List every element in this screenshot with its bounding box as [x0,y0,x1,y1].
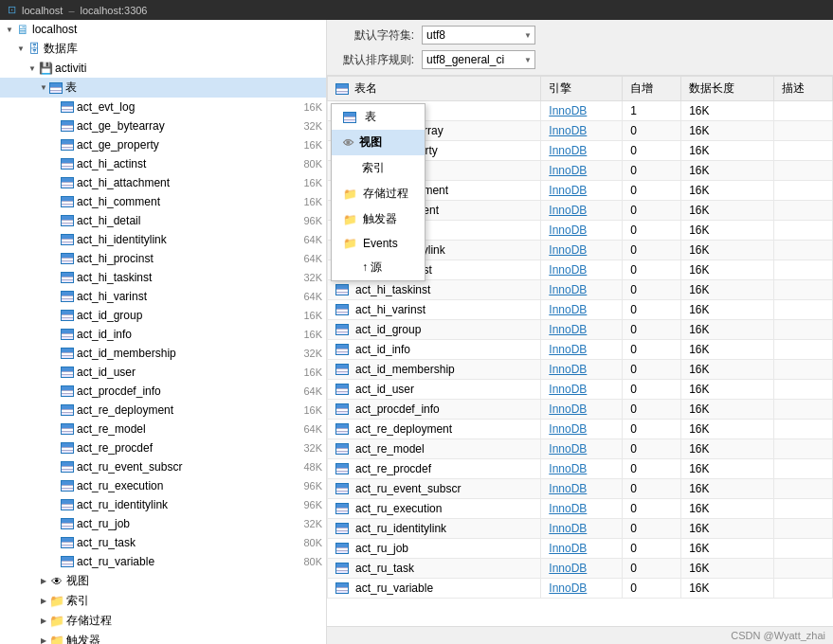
table-row[interactable]: act_ru_taskInnoDB016K [328,559,833,579]
grid-cell-engine[interactable]: InnoDB [541,241,623,260]
grid-cell-engine[interactable]: InnoDB [541,121,623,141]
engine-link[interactable]: InnoDB [549,502,587,515]
sidebar-table-item[interactable]: act_id_info 16K [0,325,326,344]
context-menu-item[interactable]: 索引 [332,155,425,181]
sidebar-table-item[interactable]: act_hi_varinst 64K [0,287,326,306]
sidebar-table-item[interactable]: act_id_membership 32K [0,344,326,363]
table-row[interactable]: act_hi_varinstInnoDB016K [328,300,833,320]
grid-cell-engine[interactable]: InnoDB [541,499,623,519]
engine-link[interactable]: InnoDB [549,402,587,416]
sidebar-table-item[interactable]: act_hi_actinst 80K [0,154,326,173]
sidebar-table-item[interactable]: act_ru_task 80K [0,533,326,552]
table-row[interactable]: act_hi_taskinstInnoDB016K [328,280,833,300]
context-menu-item[interactable]: 表 [332,104,425,130]
sidebar-table-item[interactable]: act_hi_comment 16K [0,192,326,211]
grid-cell-engine[interactable]: InnoDB [541,260,623,280]
sidebar-table-item[interactable]: act_hi_procinst 64K [0,249,326,268]
engine-link[interactable]: InnoDB [549,243,587,257]
sidebar-table-item[interactable]: act_id_user 16K [0,363,326,382]
sidebar-table-item[interactable]: act_ge_bytearray 32K [0,116,326,135]
grid-cell-engine[interactable]: InnoDB [541,479,623,499]
context-menu-item[interactable]: ↑ 源 [332,255,425,280]
grid-cell-engine[interactable]: InnoDB [541,181,623,201]
grid-cell-engine[interactable]: InnoDB [541,380,623,400]
engine-link[interactable]: InnoDB [549,283,587,296]
grid-cell-engine[interactable]: InnoDB [541,519,623,539]
context-menu-item[interactable]: 📁触发器 [332,206,425,232]
sidebar-item-triggers[interactable]: 📁 触发器 [0,631,326,644]
expand-arrow-views[interactable] [38,576,49,587]
sidebar-table-item[interactable]: act_re_procdef 32K [0,438,326,457]
sidebar-table-item[interactable]: act_ru_execution 96K [0,476,326,495]
engine-link[interactable]: InnoDB [549,224,587,237]
grid-cell-engine[interactable]: InnoDB [541,559,623,579]
expand-arrow-indexes[interactable] [38,596,49,607]
expand-arrow-activiti[interactable] [27,63,38,74]
sidebar-table-item[interactable]: act_evt_log 16K [0,98,326,116]
charset-select[interactable]: utf8 [422,26,535,45]
engine-link[interactable]: InnoDB [549,363,587,376]
grid-cell-engine[interactable]: InnoDB [541,221,623,241]
sidebar-table-item[interactable]: act_ru_job 32K [0,514,326,533]
engine-link[interactable]: InnoDB [549,383,587,396]
table-row[interactable]: act_re_procdefInnoDB016K [328,459,833,479]
engine-link[interactable]: InnoDB [549,542,587,555]
table-row[interactable]: act_re_deploymentInnoDB016K [328,420,833,439]
engine-link[interactable]: InnoDB [549,522,587,535]
table-row[interactable]: act_ru_jobInnoDB016K [328,539,833,559]
engine-link[interactable]: InnoDB [549,104,587,117]
table-row[interactable]: act_ru_variableInnoDB016K [328,579,833,599]
engine-link[interactable]: InnoDB [549,343,587,356]
engine-link[interactable]: InnoDB [549,263,587,277]
grid-cell-engine[interactable]: InnoDB [541,360,623,380]
engine-link[interactable]: InnoDB [549,204,587,217]
context-menu-item[interactable]: 📁存储过程 [332,181,425,206]
grid-cell-engine[interactable]: InnoDB [541,539,623,559]
engine-link[interactable]: InnoDB [549,124,587,137]
collation-select[interactable]: utf8_general_ci [422,50,535,69]
grid-cell-engine[interactable]: InnoDB [541,300,623,320]
grid-cell-engine[interactable]: InnoDB [541,320,623,340]
grid-cell-engine[interactable]: InnoDB [541,201,623,221]
table-row[interactable]: act_re_modelInnoDB016K [328,439,833,459]
table-row[interactable]: act_id_userInnoDB016K [328,380,833,400]
table-row[interactable]: act_id_groupInnoDB016K [328,320,833,340]
sidebar-item-tables[interactable]: 表 [0,78,326,98]
sidebar-table-item[interactable]: act_hi_identitylink 64K [0,230,326,249]
sidebar-table-item[interactable]: act_re_model 64K [0,420,326,438]
expand-arrow-localhost[interactable] [4,24,15,35]
sidebar-table-item[interactable]: act_procdef_info 64K [0,382,326,401]
engine-link[interactable]: InnoDB [549,562,587,575]
engine-link[interactable]: InnoDB [549,144,587,157]
table-row[interactable]: act_ru_identitylinkInnoDB016K [328,519,833,539]
engine-link[interactable]: InnoDB [549,164,587,177]
grid-cell-engine[interactable]: InnoDB [541,141,623,161]
sidebar-table-item[interactable]: act_ru_identitylink 96K [0,495,326,514]
grid-cell-engine[interactable]: InnoDB [541,280,623,300]
sidebar-item-storedproc[interactable]: 📁 存储过程 [0,611,326,631]
sidebar-table-item[interactable]: act_ru_variable 80K [0,552,326,571]
grid-cell-engine[interactable]: InnoDB [541,101,623,121]
grid-cell-engine[interactable]: InnoDB [541,579,623,599]
sidebar-table-item[interactable]: act_id_group 16K [0,306,326,325]
sidebar-item-activiti[interactable]: 💾 activiti [0,59,326,78]
grid-cell-engine[interactable]: InnoDB [541,161,623,181]
sidebar-table-item[interactable]: act_hi_detail 96K [0,211,326,230]
grid-cell-engine[interactable]: InnoDB [541,459,623,479]
engine-link[interactable]: InnoDB [549,482,587,495]
context-menu-item[interactable]: 📁Events [332,232,425,255]
expand-arrow-storedproc[interactable] [38,616,49,627]
sidebar-item-views[interactable]: 👁 视图 [0,571,326,591]
engine-link[interactable]: InnoDB [549,323,587,336]
sidebar-table-item[interactable]: act_hi_taskinst 32K [0,268,326,287]
grid-cell-engine[interactable]: InnoDB [541,340,623,360]
table-row[interactable]: act_id_membershipInnoDB016K [328,360,833,380]
sidebar-table-item[interactable]: act_re_deployment 16K [0,401,326,420]
engine-link[interactable]: InnoDB [549,422,587,436]
grid-cell-engine[interactable]: InnoDB [541,420,623,439]
context-menu-item[interactable]: 👁视图 [332,130,425,155]
table-row[interactable]: act_procdef_infoInnoDB016K [328,400,833,420]
grid-cell-engine[interactable]: InnoDB [541,439,623,459]
sidebar-item-indexes[interactable]: 📁 索引 [0,591,326,611]
engine-link[interactable]: InnoDB [549,442,587,456]
